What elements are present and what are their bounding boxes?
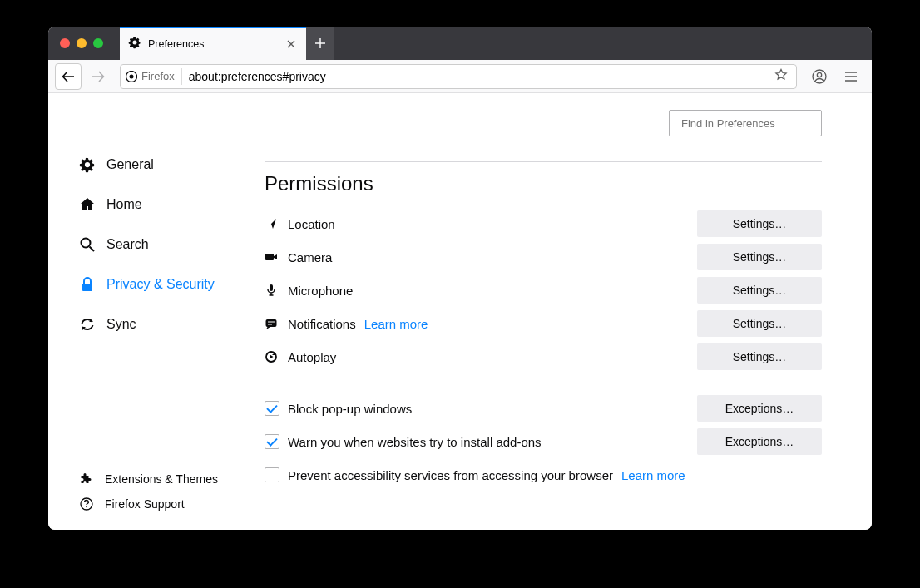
search-icon	[78, 236, 96, 253]
svg-rect-10	[270, 284, 273, 291]
sidebar-item-general[interactable]: General	[78, 145, 265, 185]
permission-row-location: Location Settings…	[265, 207, 822, 240]
url-bar[interactable]: Firefox	[120, 64, 797, 89]
sidebar-item-label: Extensions & Themes	[105, 472, 218, 486]
tab-preferences[interactable]: Preferences	[120, 27, 306, 60]
warn-addons-checkbox[interactable]	[265, 434, 279, 449]
notifications-learn-more-link[interactable]: Learn more	[364, 317, 428, 331]
permission-row-microphone: Microphone Settings…	[265, 274, 822, 307]
tab-title: Preferences	[148, 38, 278, 50]
notifications-settings-button[interactable]: Settings…	[697, 310, 822, 337]
checkbox-label: Block pop-up windows	[288, 402, 412, 416]
permission-label: Notifications	[288, 317, 356, 331]
back-button[interactable]	[55, 63, 82, 90]
checkbox-label: Warn you when websites try to install ad…	[288, 435, 542, 449]
camera-icon	[265, 250, 288, 264]
permissions-section: Permissions Location Settings… Camera Se…	[265, 161, 822, 492]
puzzle-icon	[78, 472, 95, 486]
block-popups-checkbox[interactable]	[265, 401, 279, 416]
gear-icon	[128, 36, 141, 52]
sidebar-item-label: Sync	[106, 317, 136, 332]
sidebar-item-label: General	[106, 157, 154, 172]
sidebar-nav: General Home Search	[78, 145, 265, 344]
svg-rect-5	[82, 284, 92, 291]
sidebar-item-sync[interactable]: Sync	[78, 304, 265, 344]
permission-label: Microphone	[288, 284, 353, 298]
popups-exceptions-button[interactable]: Exceptions…	[697, 395, 822, 422]
location-icon	[265, 217, 288, 230]
menu-icon[interactable]	[837, 63, 865, 90]
checkbox-label: Prevent accessibility services from acce…	[288, 468, 613, 482]
sidebar-item-extensions[interactable]: Extensions & Themes	[78, 472, 218, 486]
permission-row-autoplay: Autoplay Settings…	[265, 340, 822, 373]
camera-settings-button[interactable]: Settings…	[697, 244, 822, 270]
help-icon	[78, 497, 95, 511]
autoplay-settings-button[interactable]: Settings…	[697, 343, 822, 370]
addons-exceptions-button[interactable]: Exceptions…	[697, 428, 822, 455]
microphone-icon	[265, 284, 288, 297]
preferences-search-input[interactable]	[681, 117, 821, 130]
identity-box[interactable]: Firefox	[126, 68, 182, 85]
sidebar: General Home Search	[48, 93, 265, 530]
svg-rect-11	[266, 319, 277, 327]
prevent-accessibility-checkbox[interactable]	[265, 467, 279, 482]
sidebar-item-label: Search	[106, 237, 149, 252]
autoplay-icon	[265, 350, 288, 363]
permission-label: Location	[288, 217, 335, 231]
svg-point-7	[86, 506, 87, 508]
browser-window: Preferences Firefox	[48, 27, 872, 530]
location-settings-button[interactable]: Settings…	[697, 210, 822, 237]
notification-icon	[265, 317, 288, 330]
sidebar-item-label: Privacy & Security	[106, 277, 215, 292]
forward-button[interactable]	[85, 63, 111, 90]
firefox-logo-icon	[126, 71, 137, 82]
minimize-window-button[interactable]	[77, 38, 87, 48]
titlebar: Preferences	[48, 27, 872, 60]
url-input[interactable]	[182, 70, 771, 83]
svg-rect-9	[265, 254, 274, 260]
bookmark-star-icon[interactable]	[771, 68, 791, 85]
section-title: Permissions	[265, 172, 822, 195]
checkbox-row-accessibility: Prevent accessibility services from acce…	[265, 458, 822, 492]
home-icon	[78, 196, 96, 213]
accessibility-learn-more-link[interactable]: Learn more	[621, 468, 685, 482]
checkbox-row-popups: Block pop-up windows Exceptions…	[265, 392, 822, 425]
sync-icon	[78, 316, 96, 333]
permission-row-camera: Camera Settings…	[265, 240, 822, 274]
maximize-window-button[interactable]	[93, 38, 103, 48]
traffic-lights	[48, 38, 120, 48]
sidebar-item-search[interactable]: Search	[78, 225, 265, 264]
account-icon[interactable]	[805, 63, 833, 90]
permission-label: Camera	[288, 250, 332, 264]
sidebar-item-privacy[interactable]: Privacy & Security	[78, 264, 265, 304]
new-tab-button[interactable]	[306, 27, 334, 60]
svg-point-3	[817, 72, 821, 77]
sidebar-item-support[interactable]: Firefox Support	[78, 497, 218, 511]
identity-label: Firefox	[141, 70, 175, 82]
preferences-search-box[interactable]	[669, 110, 822, 136]
svg-point-4	[82, 239, 91, 248]
sidebar-item-label: Home	[106, 197, 142, 212]
close-tab-button[interactable]	[284, 37, 298, 51]
lock-icon	[78, 276, 96, 293]
sidebar-item-label: Firefox Support	[105, 497, 185, 511]
checkbox-row-addons: Warn you when websites try to install ad…	[265, 425, 822, 458]
svg-point-1	[130, 74, 134, 78]
permission-row-notifications: Notifications Learn more Settings…	[265, 307, 822, 340]
sidebar-item-home[interactable]: Home	[78, 185, 265, 225]
close-window-button[interactable]	[60, 38, 70, 48]
sidebar-bottom: Extensions & Themes Firefox Support	[78, 472, 218, 511]
microphone-settings-button[interactable]: Settings…	[697, 277, 822, 304]
toolbar: Firefox	[48, 60, 872, 93]
gear-icon	[78, 156, 96, 173]
content-area: General Home Search	[48, 93, 872, 530]
permission-label: Autoplay	[288, 350, 336, 364]
main-content: Permissions Location Settings… Camera Se…	[265, 93, 872, 530]
